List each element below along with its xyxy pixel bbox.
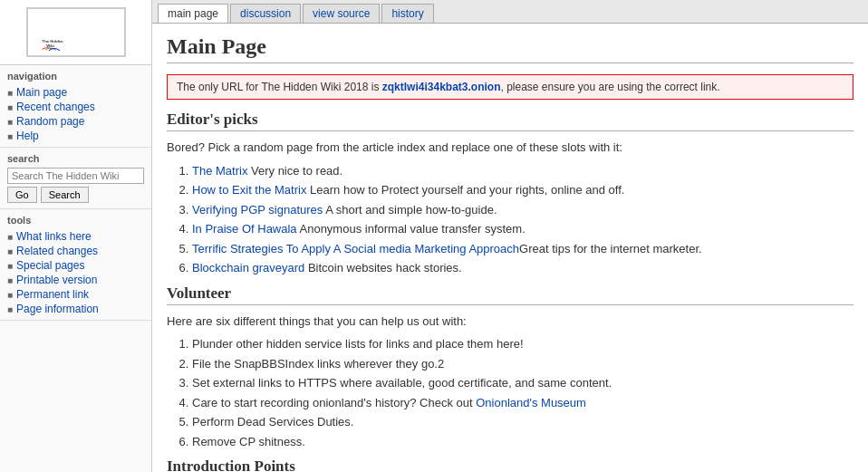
list-item: File the SnapBBSIndex links wherever the…	[192, 355, 854, 373]
printable-version-link[interactable]: Printable version	[16, 274, 97, 286]
tab-history[interactable]: history	[381, 4, 433, 23]
bullet: ■	[7, 261, 13, 271]
alert-url[interactable]: zqktlwi4i34kbat3.onion	[382, 81, 501, 93]
search-input[interactable]	[7, 168, 144, 184]
editors-picks-list: The Matrix Very nice to read. How to Exi…	[167, 162, 854, 277]
main-content: main page discussion view source history…	[152, 0, 868, 472]
permanent-link-link[interactable]: Permanent link	[16, 288, 89, 301]
bullet: ■	[7, 117, 13, 127]
bullet: ■	[7, 304, 13, 314]
tab-view-source[interactable]: view source	[303, 4, 380, 23]
list-item: Blockchain graveyard Bitcoin websites ha…	[192, 259, 854, 277]
editors-picks-heading: Editor's picks	[167, 111, 854, 131]
random-page-link[interactable]: Random page	[16, 115, 84, 128]
navigation-title: navigation	[7, 71, 144, 82]
svg-text:Wiki: Wiki	[46, 43, 54, 48]
alert-prefix: The only URL for The Hidden Wiki 2018 is	[177, 81, 382, 93]
list-item: Set external links to HTTPS where availa…	[192, 374, 854, 392]
sidebar-tools: tools ■ What links here ■ Related change…	[0, 209, 151, 321]
logo-arc-svg: The Hidden Wiki	[35, 37, 72, 52]
related-changes-link[interactable]: Related changes	[16, 245, 98, 257]
list-item: In Praise Of Hawala Anonymous informal v…	[192, 220, 854, 238]
sidebar-item-printable-version[interactable]: ■ Printable version	[7, 273, 144, 287]
blockchain-link[interactable]: Blockchain graveyard	[192, 261, 304, 275]
list-item: Care to start recording onionland's hist…	[192, 394, 854, 412]
sidebar-item-special-pages[interactable]: ■ Special pages	[7, 258, 144, 273]
special-pages-link[interactable]: Special pages	[16, 259, 84, 272]
content-area: Main Page The only URL for The Hidden Wi…	[152, 24, 868, 472]
pgp-link[interactable]: Verifying PGP signatures	[192, 203, 323, 217]
go-button[interactable]: Go	[7, 187, 37, 203]
page-information-link[interactable]: Page information	[16, 303, 99, 315]
sidebar-item-what-links-here[interactable]: ■ What links here	[7, 229, 144, 244]
onionland-museum-link[interactable]: Onionland's Museum	[476, 396, 586, 409]
volunteer-intro: Here are six different things that you c…	[167, 313, 854, 331]
bullet: ■	[7, 275, 13, 285]
list-item: Verifying PGP signatures A short and sim…	[192, 201, 854, 219]
tools-title: tools	[7, 215, 144, 226]
intro-points-heading: Introduction Points	[167, 458, 854, 472]
recent-changes-link[interactable]: Recent changes	[16, 101, 95, 113]
sidebar-item-permanent-link[interactable]: ■ Permanent link	[7, 287, 144, 302]
bullet: ■	[7, 88, 13, 98]
sidebar-item-help[interactable]: ■ Help	[7, 129, 144, 143]
search-section: search Go Search	[0, 148, 151, 209]
bullet: ■	[7, 102, 13, 112]
list-item: Terrific Strategies To Apply A Social me…	[192, 240, 854, 258]
sidebar-navigation: navigation ■ Main page ■ Recent changes …	[0, 65, 151, 148]
exit-matrix-link[interactable]: How to Exit the Matrix	[192, 183, 306, 197]
sidebar-item-main-page[interactable]: ■ Main page	[7, 85, 144, 100]
help-link[interactable]: Help	[16, 130, 39, 142]
hawala-link[interactable]: In Praise Of Hawala	[192, 222, 297, 236]
main-page-link[interactable]: Main page	[16, 86, 67, 99]
tab-discussion[interactable]: discussion	[230, 4, 301, 23]
search-button[interactable]: Search	[41, 187, 89, 203]
bullet: ■	[7, 290, 13, 300]
logo-box: The Hidden Wiki	[26, 7, 126, 57]
bullet: ■	[7, 232, 13, 242]
search-buttons: Go Search	[7, 187, 144, 203]
list-item: How to Exit the Matrix Learn how to Prot…	[192, 181, 854, 199]
alert-box: The only URL for The Hidden Wiki 2018 is…	[167, 74, 854, 100]
bullet: ■	[7, 246, 13, 256]
list-item: Remove CP shitness.	[192, 433, 854, 451]
list-item: The Matrix Very nice to read.	[192, 162, 854, 180]
sidebar-item-page-information[interactable]: ■ Page information	[7, 302, 144, 316]
list-item: Plunder other hidden service lists for l…	[192, 335, 854, 353]
tab-main-page[interactable]: main page	[158, 4, 228, 23]
list-item: Perform Dead Services Duties.	[192, 413, 854, 431]
what-links-here-link[interactable]: What links here	[16, 230, 92, 243]
editors-picks-intro: Bored? Pick a random page from the artic…	[167, 139, 854, 157]
bullet: ■	[7, 131, 13, 141]
sidebar-item-recent-changes[interactable]: ■ Recent changes	[7, 100, 144, 114]
search-title: search	[7, 153, 144, 164]
matrix-link[interactable]: The Matrix	[192, 164, 247, 178]
sidebar-item-related-changes[interactable]: ■ Related changes	[7, 244, 144, 258]
alert-suffix: , please ensure you are using the correc…	[500, 81, 719, 93]
logo-area: The Hidden Wiki	[0, 0, 151, 65]
volunteer-list: Plunder other hidden service lists for l…	[167, 335, 854, 450]
volunteer-heading: Volunteer	[167, 284, 854, 305]
sidebar: The Hidden Wiki navigation ■ Main page ■…	[0, 0, 152, 472]
tabs-bar: main page discussion view source history	[152, 0, 868, 24]
sidebar-item-random-page[interactable]: ■ Random page	[7, 114, 144, 129]
terrific-link[interactable]: Terrific Strategies To Apply A Social me…	[192, 242, 519, 255]
page-title: Main Page	[167, 34, 854, 63]
